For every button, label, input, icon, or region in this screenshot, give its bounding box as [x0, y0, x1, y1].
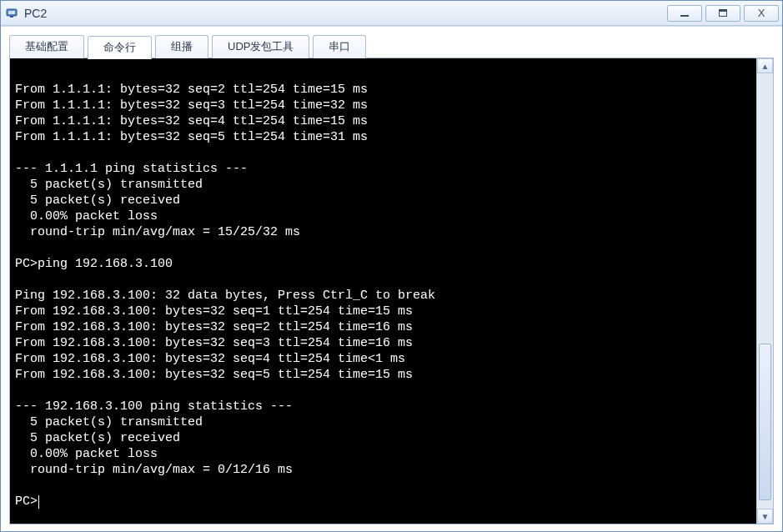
close-button[interactable]: X	[744, 5, 779, 22]
terminal-cursor	[38, 495, 39, 509]
tab-mcast[interactable]: 组播	[155, 35, 208, 58]
tab-serial[interactable]: 串口	[313, 35, 366, 58]
app-icon	[6, 7, 19, 20]
scroll-track[interactable]	[757, 73, 773, 509]
scroll-up-button[interactable]: ▲	[757, 58, 773, 73]
tab-basic[interactable]: 基础配置	[9, 35, 84, 58]
svg-rect-1	[8, 11, 15, 14]
svg-rect-2	[10, 16, 13, 18]
window-title: PC2	[24, 7, 47, 20]
scroll-down-button[interactable]: ▼	[757, 509, 773, 524]
tab-bar: 基础配置 命令行 组播 UDP发包工具 串口	[9, 35, 774, 58]
titlebar[interactable]: PC2 X	[1, 1, 782, 26]
scrollbar[interactable]: ▲ ▼	[756, 58, 773, 524]
client-area: 基础配置 命令行 组播 UDP发包工具 串口 From 1.1.1.1: byt…	[1, 26, 782, 531]
minimize-button[interactable]	[667, 5, 702, 22]
terminal-container: From 1.1.1.1: bytes=32 seq=2 ttl=254 tim…	[9, 58, 774, 524]
scroll-thumb[interactable]	[759, 344, 771, 500]
maximize-button[interactable]	[705, 5, 740, 22]
tab-cmd[interactable]: 命令行	[88, 36, 152, 59]
app-window: PC2 X 基础配置 命令行 组播 UDP发包工具 串口 From 1.1.1.…	[0, 0, 783, 532]
terminal-prompt: PC>	[15, 494, 38, 509]
tab-udp[interactable]: UDP发包工具	[212, 35, 309, 58]
terminal-output: From 1.1.1.1: bytes=32 seq=2 ttl=254 tim…	[15, 82, 751, 494]
terminal[interactable]: From 1.1.1.1: bytes=32 seq=2 ttl=254 tim…	[10, 58, 756, 524]
